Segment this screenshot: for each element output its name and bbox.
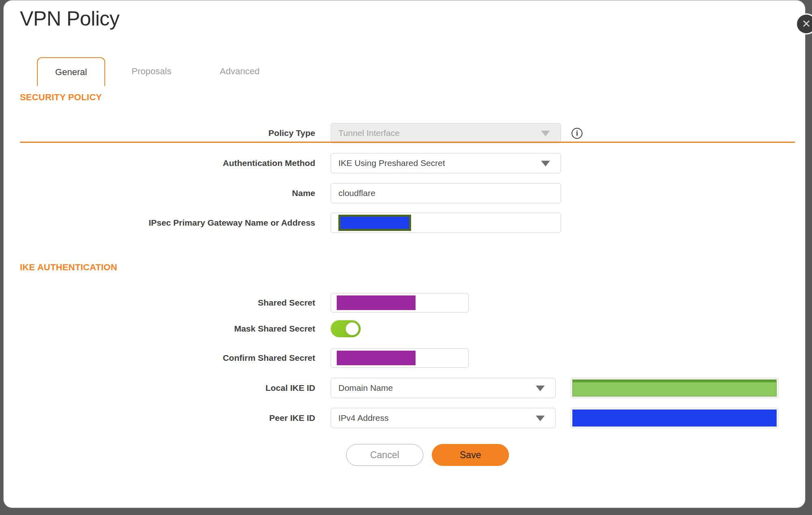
name-row: Name cloudflare: [20, 183, 561, 204]
policy-type-value: Tunnel Interface: [338, 128, 400, 138]
section-security-policy: SECURITY POLICY: [20, 92, 102, 103]
name-input[interactable]: cloudflare: [331, 183, 561, 203]
auth-method-value: IKE Using Preshared Secret: [338, 158, 445, 168]
policy-type-select: Tunnel Interface: [331, 123, 561, 143]
screen: VPN Policy General Proposals Advanced SE…: [0, 0, 812, 515]
redacted-value-overlay: [572, 409, 777, 427]
shared-secret-row: Shared Secret: [20, 293, 469, 312]
chevron-down-icon: [536, 416, 545, 421]
shared-secret-label: Shared Secret: [20, 298, 331, 308]
name-value: cloudflare: [338, 188, 375, 198]
tab-general[interactable]: General: [37, 57, 105, 86]
redacted-value-overlay: [337, 295, 416, 310]
redacted-value-overlay: [338, 215, 411, 231]
mask-shared-secret-toggle[interactable]: [331, 320, 361, 337]
confirm-shared-secret-row: Confirm Shared Secret: [20, 348, 469, 368]
local-ike-id-label: Local IKE ID: [20, 383, 331, 393]
tab-underline: [20, 142, 795, 143]
close-icon: ✕: [802, 19, 811, 30]
confirm-shared-secret-input[interactable]: [331, 348, 469, 368]
local-ike-id-value: Domain Name: [338, 383, 393, 393]
chevron-down-icon: [541, 161, 550, 166]
section-ike-authentication: IKE AUTHENTICATION: [20, 262, 117, 273]
save-button[interactable]: Save: [432, 444, 509, 466]
tab-bar: General Proposals Advanced: [4, 57, 812, 86]
close-button[interactable]: ✕: [796, 13, 812, 34]
action-buttons: Cancel Save: [346, 444, 509, 466]
mask-shared-secret-row: Mask Shared Secret: [20, 320, 361, 338]
toggle-knob: [346, 322, 359, 335]
local-ike-id-row: Local IKE ID Domain Name: [20, 377, 778, 399]
redacted-value-overlay: [337, 351, 416, 365]
confirm-shared-secret-label: Confirm Shared Secret: [20, 353, 331, 363]
auth-method-row: Authentication Method IKE Using Preshare…: [20, 153, 561, 174]
vpn-policy-dialog: VPN Policy General Proposals Advanced SE…: [3, 0, 806, 508]
page-title: VPN Policy: [20, 7, 119, 30]
local-ike-id-select[interactable]: Domain Name: [331, 378, 556, 398]
chevron-down-icon: [536, 386, 545, 391]
gateway-label: IPsec Primary Gateway Name or Address: [20, 218, 331, 228]
tab-advanced[interactable]: Advanced: [207, 57, 272, 86]
chevron-down-icon: [541, 131, 550, 136]
redacted-value-overlay: [572, 379, 777, 396]
gateway-input[interactable]: [331, 213, 561, 233]
cancel-button[interactable]: Cancel: [346, 444, 423, 466]
policy-type-row: Policy Type Tunnel Interface i: [20, 123, 582, 144]
auth-method-select[interactable]: IKE Using Preshared Secret: [331, 153, 561, 173]
name-label: Name: [20, 188, 331, 198]
peer-ike-id-label: Peer IKE ID: [20, 413, 331, 423]
peer-ike-id-row: Peer IKE ID IPv4 Address: [20, 407, 778, 429]
shared-secret-input[interactable]: [331, 293, 469, 312]
gateway-row: IPsec Primary Gateway Name or Address: [20, 212, 561, 233]
policy-type-label: Policy Type: [20, 128, 331, 138]
peer-ike-id-input[interactable]: [571, 408, 778, 428]
auth-method-label: Authentication Method: [20, 158, 331, 168]
mask-shared-secret-label: Mask Shared Secret: [20, 324, 331, 334]
tab-proposals[interactable]: Proposals: [119, 57, 184, 86]
peer-ike-id-select[interactable]: IPv4 Address: [331, 408, 556, 428]
local-ike-id-input[interactable]: [571, 378, 778, 398]
info-icon[interactable]: i: [572, 128, 582, 139]
peer-ike-id-value: IPv4 Address: [338, 413, 389, 423]
